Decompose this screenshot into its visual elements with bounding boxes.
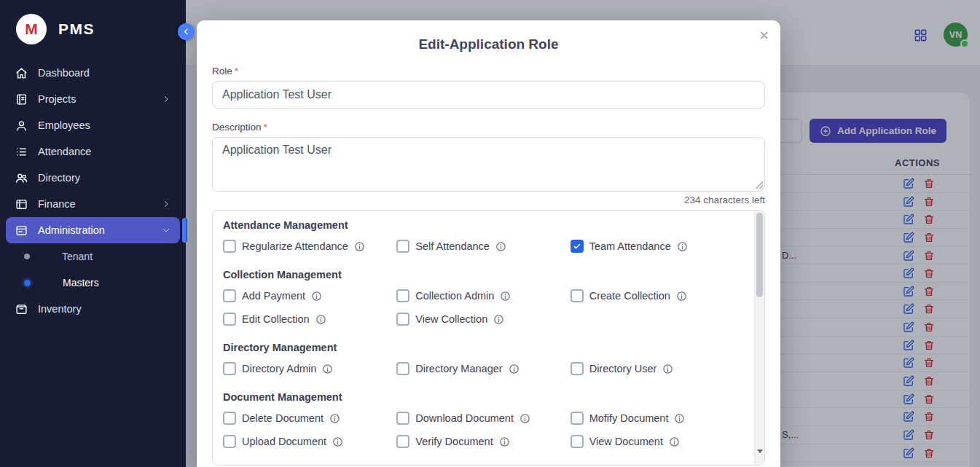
info-icon — [509, 364, 520, 374]
administration-icon — [15, 224, 28, 237]
modal-title: Edit-Application Role — [197, 20, 780, 52]
permission-view-collection[interactable]: View Collection — [396, 313, 565, 326]
checkbox-icon[interactable] — [223, 313, 236, 326]
sidebar-nav: DashboardProjectsEmployeesAttendanceDire… — [0, 58, 186, 322]
checkbox-icon[interactable] — [223, 435, 236, 448]
finance-icon — [15, 198, 28, 211]
checkbox-icon[interactable] — [396, 412, 409, 425]
permission-regularize-attendance[interactable]: Regularize Attendance — [223, 240, 392, 253]
scrollbar-down-button[interactable] — [755, 446, 764, 456]
info-icon — [495, 241, 506, 252]
info-icon — [674, 413, 685, 424]
permissions-list: Attendance ManagementRegularize Attendan… — [213, 211, 764, 465]
checkbox-icon[interactable] — [396, 313, 409, 326]
permission-section-title: Collection Management — [223, 269, 740, 280]
permission-label: Directory User — [589, 363, 657, 374]
info-icon — [322, 364, 333, 374]
sidebar-subitem-label: Masters — [63, 277, 99, 289]
sidebar-collapse-button[interactable] — [178, 23, 195, 40]
permission-self-attendance[interactable]: Self Attendance — [396, 240, 565, 253]
permission-label: Verify Document — [415, 436, 493, 447]
info-icon — [520, 413, 530, 424]
permission-mofify-document[interactable]: Mofify Document — [571, 412, 740, 425]
checkbox-icon[interactable] — [571, 412, 584, 425]
required-asterisk: * — [235, 66, 238, 76]
permission-section-title: Directory Management — [223, 342, 740, 353]
sidebar-item-administration[interactable]: Administration — [6, 217, 180, 243]
edit-application-role-modal: Edit-Application Role × Role* Descriptio… — [197, 20, 780, 467]
sidebar-subitem-masters[interactable]: Masters — [0, 270, 186, 296]
checkbox-icon[interactable] — [396, 435, 409, 448]
attendance-icon — [15, 146, 28, 158]
sidebar-item-label: Administration — [38, 224, 105, 236]
permission-label: Team Attendance — [589, 240, 671, 252]
scrollbar[interactable] — [754, 211, 764, 465]
sidebar-item-dashboard[interactable]: Dashboard — [6, 60, 180, 86]
checkbox-icon[interactable] — [571, 362, 584, 375]
info-icon — [677, 241, 688, 252]
sidebar-item-projects[interactable]: Projects — [6, 86, 180, 112]
permissions-panel: Attendance ManagementRegularize Attendan… — [212, 210, 765, 466]
description-label: Description* — [212, 122, 765, 133]
checkbox-icon[interactable] — [223, 412, 236, 425]
checkbox-icon[interactable] — [223, 289, 236, 302]
permission-edit-collection[interactable]: Edit Collection — [223, 313, 392, 326]
permission-section: Collection ManagementAdd PaymentCollecti… — [223, 269, 740, 326]
bullet-icon — [24, 254, 30, 259]
sidebar-item-label: Employees — [38, 119, 90, 131]
checkbox-icon[interactable] — [571, 435, 584, 448]
brand-row: M PMS — [0, 0, 186, 58]
sidebar-item-directory[interactable]: Directory — [6, 165, 180, 191]
sidebar: M PMS DashboardProjectsEmployeesAttendan… — [0, 0, 186, 467]
sidebar-subitem-tenant[interactable]: Tenant — [0, 243, 186, 270]
chevron-down-icon — [162, 226, 170, 235]
permission-directory-manager[interactable]: Directory Manager — [396, 362, 565, 375]
info-icon — [354, 241, 365, 252]
permission-team-attendance[interactable]: Team Attendance — [571, 240, 740, 253]
permission-add-payment[interactable]: Add Payment — [223, 289, 392, 302]
sidebar-item-label: Inventory — [38, 303, 82, 315]
checkbox-icon[interactable] — [396, 240, 409, 253]
check-icon — [573, 242, 581, 251]
permission-create-collection[interactable]: Create Collection — [571, 289, 740, 302]
checkbox-icon[interactable] — [571, 289, 584, 302]
close-icon[interactable]: × — [759, 28, 769, 44]
brand-text: PMS — [58, 20, 95, 38]
sidebar-item-finance[interactable]: Finance — [6, 191, 180, 217]
permission-view-document[interactable]: View Document — [571, 435, 740, 448]
sidebar-item-employees[interactable]: Employees — [6, 112, 180, 138]
required-asterisk: * — [264, 122, 267, 133]
permission-directory-admin[interactable]: Directory Admin — [223, 362, 392, 375]
permission-upload-document[interactable]: Upload Document — [223, 435, 392, 448]
role-input[interactable] — [212, 81, 765, 109]
directory-icon — [15, 172, 28, 184]
permission-section: Document ManagementDelete DocumentDownlo… — [223, 391, 740, 448]
sidebar-item-inventory[interactable]: Inventory — [6, 296, 180, 322]
permission-label: View Collection — [415, 313, 487, 325]
permission-collection-admin[interactable]: Collection Admin — [396, 289, 565, 302]
info-icon — [499, 436, 510, 447]
permission-delete-document[interactable]: Delete Document — [223, 412, 392, 425]
permission-label: Collection Admin — [415, 290, 494, 302]
checkbox-icon[interactable] — [396, 362, 409, 375]
permission-verify-document[interactable]: Verify Document — [396, 435, 565, 448]
permission-download-document[interactable]: Download Document — [396, 412, 565, 425]
logo-letter: M — [25, 20, 38, 38]
checkbox-icon[interactable] — [223, 362, 236, 375]
checkbox-icon[interactable] — [396, 289, 409, 302]
permission-label: Mofify Document — [589, 412, 669, 424]
permission-label: Directory Admin — [242, 363, 316, 374]
checkbox-icon[interactable] — [223, 240, 236, 253]
permission-directory-user[interactable]: Directory User — [571, 362, 740, 375]
permission-section-title: Document Management — [223, 391, 740, 403]
sidebar-item-label: Finance — [38, 198, 76, 210]
permission-label: Create Collection — [589, 290, 670, 302]
permission-label: View Document — [589, 436, 663, 447]
description-textarea[interactable] — [212, 137, 765, 192]
info-icon — [676, 291, 687, 302]
chevron-left-icon — [182, 28, 190, 36]
sidebar-item-attendance[interactable]: Attendance — [6, 138, 180, 165]
permission-section: Directory ManagementDirectory AdminDirec… — [223, 342, 740, 375]
scrollbar-thumb[interactable] — [756, 213, 763, 297]
checkbox-icon[interactable] — [571, 240, 584, 253]
